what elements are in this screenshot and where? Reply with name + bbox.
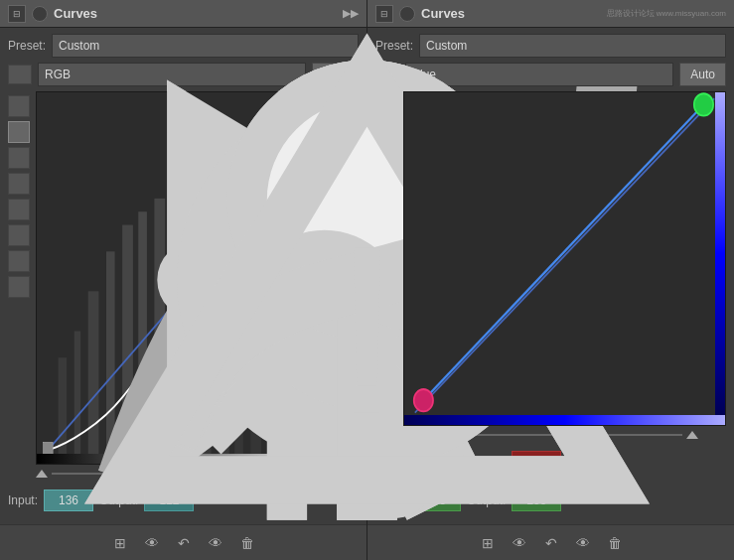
right-right-gradient <box>715 92 725 415</box>
svg-point-47 <box>694 93 713 115</box>
right-panel-content: Preset: Custom Blue <box>367 28 734 524</box>
svg-text:!: ! <box>328 187 405 499</box>
svg-point-48 <box>414 389 433 411</box>
right-curve-svg <box>404 92 725 425</box>
right-curve-area: ! <box>375 91 726 426</box>
right-bottom-gradient <box>404 415 725 425</box>
right-tool-warning[interactable]: ! <box>375 276 397 298</box>
svg-rect-45 <box>404 92 725 425</box>
right-tools-sidebar: ! <box>375 91 399 426</box>
right-panel: ⊟ Curves 思路设计论坛 www.missyuan.com Preset:… <box>367 0 734 560</box>
right-curve-canvas <box>403 91 726 426</box>
